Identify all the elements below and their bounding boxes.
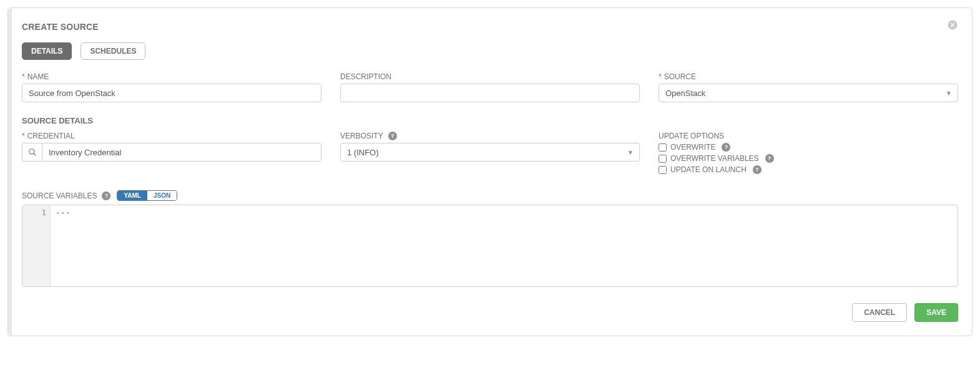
toggle-yaml[interactable]: YAML xyxy=(117,191,147,200)
toggle-json[interactable]: JSON xyxy=(147,191,177,200)
source-variables-header: SOURCE VARIABLES ? YAML JSON xyxy=(22,190,958,201)
verbosity-field-group: VERBOSITY ? ▼ xyxy=(340,132,640,177)
source-label: * SOURCE xyxy=(659,72,958,81)
help-icon[interactable]: ? xyxy=(388,132,397,140)
svg-point-1 xyxy=(29,149,34,154)
name-label: * NAME xyxy=(22,72,321,81)
overwrite-label: OVERWRITE xyxy=(670,143,715,152)
source-select-wrap: ▼ xyxy=(659,84,958,102)
primary-fields-row: * NAME DESCRIPTION * SOURCE ▼ xyxy=(22,72,958,102)
tab-details[interactable]: DETAILS xyxy=(22,42,72,60)
source-select[interactable] xyxy=(659,84,958,102)
search-icon xyxy=(28,148,37,157)
create-source-panel: CREATE SOURCE DETAILS SCHEDULES * NAME D… xyxy=(7,7,973,336)
format-toggle: YAML JSON xyxy=(117,190,177,201)
required-star-icon: * xyxy=(659,72,662,81)
verbosity-label: VERBOSITY ? xyxy=(340,132,640,140)
help-icon[interactable]: ? xyxy=(765,154,774,163)
overwrite-vars-option: OVERWRITE VARIABLES ? xyxy=(659,154,958,163)
help-icon[interactable]: ? xyxy=(753,165,762,174)
source-variables-label-text: SOURCE VARIABLES xyxy=(22,191,97,200)
verbosity-select[interactable] xyxy=(340,143,640,162)
editor-gutter: 1 xyxy=(22,205,51,286)
help-icon[interactable]: ? xyxy=(102,191,110,200)
credential-input-group xyxy=(22,143,321,162)
panel-title: CREATE SOURCE xyxy=(22,22,99,32)
description-input[interactable] xyxy=(340,84,640,102)
update-options-group: UPDATE OPTIONS OVERWRITE ? OVERWRITE VAR… xyxy=(659,132,958,177)
overwrite-checkbox[interactable] xyxy=(659,143,667,152)
credential-label-text: CREDENTIAL xyxy=(27,132,75,140)
footer-actions: CANCEL SAVE xyxy=(22,303,958,322)
credential-label: * CREDENTIAL xyxy=(22,132,321,140)
overwrite-vars-checkbox[interactable] xyxy=(659,155,667,163)
details-row: * CREDENTIAL VERBOSITY ? ▼ UPDATE OPTION… xyxy=(22,132,958,177)
description-field-group: DESCRIPTION xyxy=(340,72,640,102)
panel-header: CREATE SOURCE xyxy=(22,19,958,34)
overwrite-vars-label: OVERWRITE VARIABLES xyxy=(670,154,759,163)
source-details-heading: SOURCE DETAILS xyxy=(22,116,958,125)
credential-input[interactable] xyxy=(42,143,321,162)
help-icon[interactable]: ? xyxy=(722,143,730,152)
verbosity-label-text: VERBOSITY xyxy=(340,132,383,140)
required-star-icon: * xyxy=(22,72,25,81)
update-on-launch-checkbox[interactable] xyxy=(659,166,667,174)
line-number: 1 xyxy=(22,208,46,217)
update-on-launch-label: UPDATE ON LAUNCH xyxy=(670,165,747,174)
save-button[interactable]: SAVE xyxy=(914,303,958,322)
tab-schedules[interactable]: SCHEDULES xyxy=(81,42,145,60)
overwrite-option: OVERWRITE ? xyxy=(659,143,958,152)
update-on-launch-option: UPDATE ON LAUNCH ? xyxy=(659,165,958,174)
verbosity-select-wrap: ▼ xyxy=(340,143,640,162)
required-star-icon: * xyxy=(22,132,25,140)
cancel-button[interactable]: CANCEL xyxy=(852,303,907,322)
credential-field-group: * CREDENTIAL xyxy=(22,132,321,177)
name-input[interactable] xyxy=(22,84,321,102)
name-field-group: * NAME xyxy=(22,72,321,102)
tab-bar: DETAILS SCHEDULES xyxy=(22,42,958,60)
source-variables-label: SOURCE VARIABLES ? xyxy=(22,191,110,200)
update-options-label: UPDATE OPTIONS xyxy=(659,132,958,140)
source-field-group: * SOURCE ▼ xyxy=(659,72,958,102)
panel-accent xyxy=(8,8,12,336)
source-variables-editor: 1 --- xyxy=(22,205,958,287)
name-label-text: NAME xyxy=(27,72,49,81)
credential-search-button[interactable] xyxy=(22,143,42,162)
svg-line-2 xyxy=(33,153,36,156)
source-label-text: SOURCE xyxy=(664,72,696,81)
description-label: DESCRIPTION xyxy=(340,72,640,81)
editor-body[interactable]: --- xyxy=(51,205,958,286)
close-icon[interactable] xyxy=(947,19,958,34)
